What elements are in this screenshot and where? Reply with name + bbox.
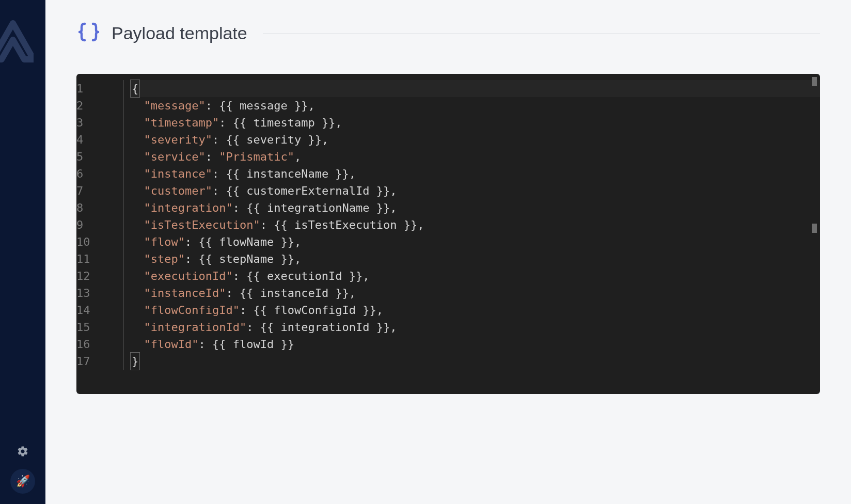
line-number: 8 xyxy=(76,199,113,216)
code-line[interactable]: "integration": {{ integrationName }}, xyxy=(130,199,820,216)
code-line[interactable]: "service": "Prismatic", xyxy=(130,148,820,165)
code-line[interactable]: "instanceId": {{ instanceId }}, xyxy=(130,285,820,302)
line-number: 14 xyxy=(76,302,113,319)
payload-template-editor[interactable]: 1234567891011121314151617 { "message": {… xyxy=(76,74,820,394)
code-line[interactable]: "instance": {{ instanceName }}, xyxy=(130,165,820,182)
sidebar-logo xyxy=(0,13,34,75)
scroll-marker xyxy=(812,224,817,233)
code-line[interactable]: "executionId": {{ executionId }}, xyxy=(130,267,820,285)
code-line[interactable]: "step": {{ stepName }}, xyxy=(130,250,820,267)
code-line[interactable]: "customer": {{ customerExternalId }}, xyxy=(130,182,820,199)
line-number: 7 xyxy=(76,182,113,199)
rocket-icon: 🚀 xyxy=(16,475,30,488)
line-number: 12 xyxy=(76,267,113,285)
code-line[interactable]: "severity": {{ severity }}, xyxy=(130,131,820,148)
gutter-border xyxy=(123,80,124,370)
line-number: 5 xyxy=(76,148,113,165)
code-line[interactable]: "flow": {{ flowName }}, xyxy=(130,233,820,250)
settings-button[interactable] xyxy=(15,444,30,459)
line-number: 3 xyxy=(76,114,113,131)
line-number: 10 xyxy=(76,233,113,250)
code-line[interactable]: "timestamp": {{ timestamp }}, xyxy=(130,114,820,131)
code-line[interactable]: "integrationId": {{ integrationId }}, xyxy=(130,319,820,336)
line-number: 15 xyxy=(76,319,113,336)
code-line[interactable]: { xyxy=(130,80,820,97)
section-header-divider xyxy=(263,33,820,34)
code-line[interactable]: "flowConfigId": {{ flowConfigId }}, xyxy=(130,302,820,319)
line-number: 1 xyxy=(76,80,113,97)
line-number: 2 xyxy=(76,97,113,114)
scroll-marker xyxy=(812,77,817,86)
main-content: Payload template 12345678910111213141516… xyxy=(45,0,851,504)
line-number: 17 xyxy=(76,353,113,370)
line-number: 4 xyxy=(76,131,113,148)
line-number: 16 xyxy=(76,336,113,353)
line-number-gutter: 1234567891011121314151617 xyxy=(76,80,123,370)
code-line[interactable]: } xyxy=(130,353,820,370)
code-line[interactable]: "flowId": {{ flowId }} xyxy=(130,336,820,353)
code-lines[interactable]: { "message": {{ message }}, "timestamp":… xyxy=(130,80,820,370)
rocket-button[interactable]: 🚀 xyxy=(10,469,35,494)
gear-icon xyxy=(17,445,29,458)
line-number: 9 xyxy=(76,216,113,233)
code-line[interactable]: "isTestExecution": {{ isTestExecution }}… xyxy=(130,216,820,233)
braces-icon xyxy=(76,21,101,45)
line-number: 11 xyxy=(76,250,113,267)
line-number: 13 xyxy=(76,285,113,302)
line-number: 6 xyxy=(76,165,113,182)
sidebar: 🚀 xyxy=(0,0,45,504)
section-title: Payload template xyxy=(112,23,247,43)
code-line[interactable]: "message": {{ message }}, xyxy=(130,97,820,114)
section-header: Payload template xyxy=(76,21,820,45)
